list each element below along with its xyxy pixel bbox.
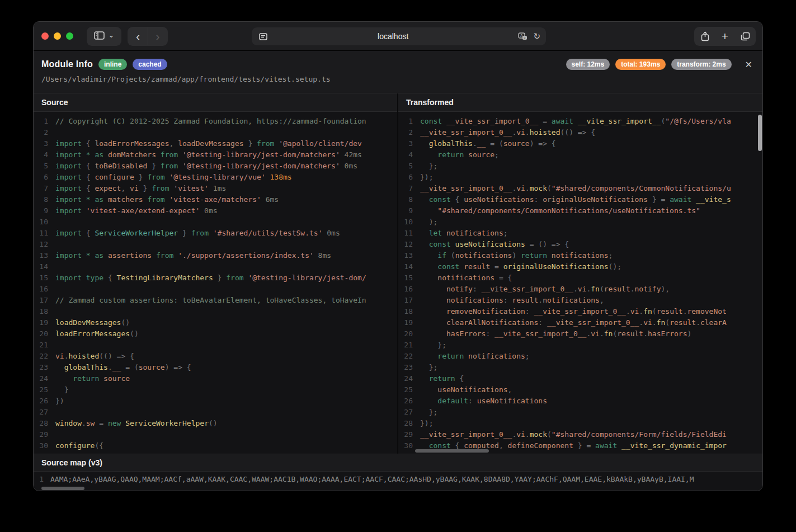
code-line: 14 const result = originalUseNotificatio… (398, 261, 762, 272)
code-text: const { useNotifications: originalUseNot… (415, 194, 731, 205)
sidebar-toggle-button[interactable]: ⌄ (87, 27, 121, 46)
line-number: 27 (34, 407, 50, 418)
traffic-light-zoom[interactable] (66, 32, 73, 40)
code-text: import { toBeDisabled } from '@testing-l… (50, 161, 357, 172)
line-number: 14 (398, 261, 415, 272)
sidebar-icon (94, 31, 105, 42)
sourcemap-line-number: 1 (34, 474, 46, 485)
code-text: const result = originalUseNotifications(… (415, 261, 621, 272)
line-number: 8 (34, 194, 50, 205)
line-number: 7 (34, 183, 50, 194)
line-number: 6 (398, 172, 415, 183)
line-number: 27 (398, 407, 415, 418)
address-bar[interactable]: localhost A x ↻ (252, 27, 546, 45)
code-text: clearAllNotifications: __vite_ssr_import… (415, 317, 727, 328)
code-text: window.sw = new ServiceWorkerHelper() (50, 418, 218, 429)
line-number: 3 (34, 138, 50, 149)
source-code-editor[interactable]: 1// Copyright (C) 2012-2025 Zammad Found… (34, 112, 397, 454)
line-number: 26 (34, 396, 50, 407)
code-text: return notifications; (415, 351, 530, 362)
line-number: 20 (398, 328, 415, 340)
source-panel: Source 1// Copyright (C) 2012-2025 Zamma… (34, 93, 397, 454)
transformed-code-editor[interactable]: 1const __vite_ssr_import_0__ = await __v… (398, 112, 762, 454)
sourcemap-section: Source map (v3) 1 AAMA;AAeA,yBAAG,QAAQ,M… (34, 454, 762, 491)
sourcemap-scrollbar-thumb[interactable] (41, 487, 84, 490)
line-number: 12 (398, 239, 415, 250)
line-number: 23 (398, 362, 415, 373)
chevron-down-icon: ⌄ (109, 31, 115, 39)
code-text: return { (415, 373, 464, 384)
code-line: 27 (34, 407, 397, 418)
translate-icon[interactable]: A x (517, 32, 529, 41)
code-line: 30configure({ (34, 440, 397, 451)
code-text: }) (50, 396, 64, 407)
code-line: 15 notifications = { (398, 272, 762, 284)
code-line: 23 }; (398, 362, 762, 373)
code-line: 21 }; (398, 340, 762, 351)
code-line: 13 if (notifications) return notificatio… (398, 250, 762, 261)
code-text: }; (415, 362, 437, 373)
code-text: configure({ (50, 440, 103, 451)
code-text: ); (415, 216, 437, 228)
code-text: hasErrors: __vite_ssr_import_0__.vi.fn(r… (415, 328, 691, 340)
line-number: 23 (34, 362, 50, 373)
new-tab-button[interactable]: + (715, 30, 735, 43)
code-line: 8 const { useNotifications: originalUseN… (398, 194, 762, 205)
line-number: 3 (398, 138, 415, 149)
traffic-light-close[interactable] (41, 32, 49, 40)
code-line: 13import * as assertions from './support… (34, 250, 397, 261)
code-line: 21 (34, 340, 397, 351)
line-number: 15 (34, 272, 50, 284)
traffic-lights (41, 32, 73, 40)
code-text: globalThis.__ = (source) => { (50, 362, 191, 373)
code-text: const __vite_ssr_import_0__ = await __vi… (415, 116, 731, 127)
code-line: 18 removeNotification: __vite_ssr_import… (398, 306, 762, 317)
code-line: 23 globalThis.__ = (source) => { (34, 362, 397, 373)
code-line: 19loadDevMessages() (34, 317, 397, 328)
code-text (50, 261, 55, 272)
code-line: 6import { configure } from '@testing-lib… (34, 172, 397, 183)
metric-total: total: 193ms (615, 59, 666, 70)
code-text: import * as matchers from 'vitest-axe/ma… (50, 194, 279, 205)
close-icon[interactable]: ✕ (743, 59, 755, 70)
line-number: 10 (34, 216, 50, 228)
line-number: 4 (34, 149, 50, 161)
url-text[interactable]: localhost (269, 32, 517, 41)
code-line: 17 notifications: result.notifications, (398, 295, 762, 306)
code-line: 8import * as matchers from 'vitest-axe/m… (34, 194, 397, 205)
tab-overview-icon[interactable] (735, 32, 755, 41)
code-line: 28}); (398, 418, 762, 429)
code-text (50, 284, 55, 295)
code-text: // Copyright (C) 2012-2025 Zammad Founda… (50, 116, 366, 127)
share-icon[interactable] (695, 31, 715, 41)
code-text: }); (415, 172, 433, 183)
svg-text:x: x (524, 36, 526, 39)
line-number: 22 (398, 351, 415, 362)
code-text: useNotifications, (415, 384, 512, 396)
code-line: 3import { loadErrorMessages, loadDevMess… (34, 138, 397, 149)
code-text: import type { TestingLibraryMatchers } f… (50, 272, 366, 284)
line-number: 13 (34, 250, 50, 261)
page-format-icon[interactable] (257, 33, 269, 40)
line-number: 24 (398, 373, 415, 384)
source-panel-title: Source (34, 93, 397, 112)
browser-window: ⌄ ‹ › localhost A x (33, 21, 763, 491)
code-text: }; (415, 161, 437, 172)
reload-icon[interactable]: ↻ (533, 31, 540, 41)
traffic-light-minimize[interactable] (54, 32, 61, 40)
vertical-scrollbar-thumb[interactable] (758, 115, 762, 151)
code-line: 14 (34, 261, 397, 272)
code-line: 6}); (398, 172, 762, 183)
code-line: 2__vite_ssr_import_0__.vi.hoisted(() => … (398, 127, 762, 138)
code-line: 10 ); (398, 216, 762, 228)
line-number: 18 (34, 306, 50, 317)
code-line: 3 globalThis.__ = (source) => { (398, 138, 762, 149)
sourcemap-editor[interactable]: 1 AAMA;AAeA,yBAAG,QAAQ,MAAM;AACf,aAAW,KA… (34, 472, 762, 491)
code-line: 9 "#shared/components/CommonNotification… (398, 205, 762, 216)
back-button[interactable]: ‹ (128, 27, 148, 45)
code-line: 7__vite_ssr_import_0__.vi.mock("#shared/… (398, 183, 762, 194)
horizontal-scrollbar-thumb[interactable] (415, 449, 489, 453)
line-number: 25 (398, 384, 415, 396)
forward-button[interactable]: › (148, 27, 167, 45)
code-line: 27 }; (398, 407, 762, 418)
